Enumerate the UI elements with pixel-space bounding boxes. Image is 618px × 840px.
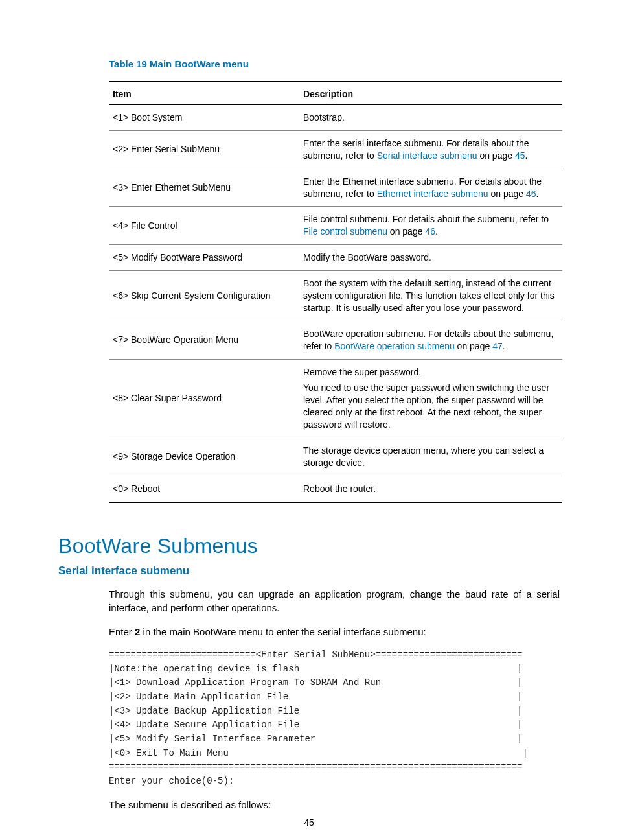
cell-desc: Remove the super password.You need to us… [299, 359, 562, 438]
section-heading: BootWare Submenus [58, 534, 560, 558]
bootware-menu-table: Item Description <1> Boot SystemBootstra… [109, 81, 562, 503]
cell-desc: Enter the Ethernet interface submenu. Fo… [299, 169, 562, 207]
cell-item: <3> Enter Ethernet SubMenu [109, 169, 299, 207]
cross-reference-link[interactable]: Ethernet interface submenu [377, 189, 488, 199]
cell-desc: Bootstrap. [299, 105, 562, 131]
table-row: <7> BootWare Operation MenuBootWare oper… [109, 321, 562, 359]
desc-paragraph: BootWare operation submenu. For details … [303, 328, 558, 353]
cell-desc: Enter the serial interface submenu. For … [299, 130, 562, 169]
page-reference-link[interactable]: 46 [526, 189, 536, 199]
cross-reference-link[interactable]: File control submenu [303, 226, 387, 237]
page-reference-link[interactable]: 45 [515, 150, 525, 161]
cell-item: <6> Skip Current System Configuration [109, 271, 299, 321]
cell-item: <9> Storage Device Operation [109, 438, 299, 476]
desc-paragraph: The storage device operation menu, where… [303, 445, 558, 469]
desc-paragraph: File control submenu. For details about … [303, 213, 558, 238]
page-number: 45 [0, 817, 618, 828]
table-body: <1> Boot SystemBootstrap.<2> Enter Seria… [109, 105, 562, 502]
desc-paragraph: Reboot the router. [303, 483, 558, 495]
page-reference-link[interactable]: 46 [425, 226, 435, 237]
cell-desc: The storage device operation menu, where… [299, 438, 562, 476]
table-header-desc: Description [299, 82, 562, 105]
cell-desc: Boot the system with the default setting… [299, 271, 562, 321]
intro-paragraph: Through this submenu, you can upgrade an… [109, 587, 560, 616]
page-reference-link[interactable]: 47 [492, 341, 503, 351]
desc-paragraph: Boot the system with the default setting… [303, 277, 558, 314]
desc-paragraph: Modify the BootWare password. [303, 251, 558, 264]
table-row: <3> Enter Ethernet SubMenuEnter the Ethe… [109, 169, 562, 207]
cross-reference-link[interactable]: Serial interface submenu [377, 150, 477, 161]
desc-paragraph: Enter the serial interface submenu. For … [303, 137, 558, 162]
cell-desc: Reboot the router. [299, 476, 562, 502]
desc-paragraph: Bootstrap. [303, 111, 558, 124]
desc-paragraph: Enter the Ethernet interface submenu. Fo… [303, 176, 558, 200]
cell-desc: File control submenu. For details about … [299, 207, 562, 245]
table-row: <9> Storage Device OperationThe storage … [109, 438, 562, 476]
page-container: Table 19 Main BootWare menu Item Descrip… [0, 0, 618, 840]
table-row: <8> Clear Super PasswordRemove the super… [109, 359, 562, 438]
cell-item: <7> BootWare Operation Menu [109, 321, 299, 359]
enter-pre: Enter [109, 626, 135, 637]
cell-desc: BootWare operation submenu. For details … [299, 321, 562, 359]
cell-item: <8> Clear Super Password [109, 359, 299, 438]
table-row: <0> RebootReboot the router. [109, 476, 562, 502]
cross-reference-link[interactable]: BootWare operation submenu [334, 341, 454, 351]
enter-instruction: Enter 2 in the main BootWare menu to ent… [109, 625, 560, 639]
cell-item: <2> Enter Serial SubMenu [109, 130, 299, 169]
cell-item: <5> Modify BootWare Password [109, 245, 299, 271]
table-row: <2> Enter Serial SubMenuEnter the serial… [109, 130, 562, 169]
table-caption: Table 19 Main BootWare menu [109, 58, 560, 69]
table-row: <6> Skip Current System ConfigurationBoo… [109, 271, 562, 321]
cell-item: <0> Reboot [109, 476, 299, 502]
cell-item: <4> File Control [109, 207, 299, 245]
table-row: <4> File ControlFile control submenu. Fo… [109, 207, 562, 245]
subsection-heading: Serial interface submenu [58, 565, 560, 578]
enter-post: in the main BootWare menu to enter the s… [140, 626, 426, 637]
cell-desc: Modify the BootWare password. [299, 245, 562, 271]
terminal-output: ===========================<Enter Serial… [109, 648, 560, 789]
followup-paragraph: The submenu is described as follows: [109, 798, 560, 812]
table-row: <5> Modify BootWare PasswordModify the B… [109, 245, 562, 271]
desc-paragraph: You need to use the super password when … [303, 382, 558, 431]
cell-item: <1> Boot System [109, 105, 299, 131]
table-header-item: Item [109, 82, 299, 105]
table-row: <1> Boot SystemBootstrap. [109, 105, 562, 131]
desc-paragraph: Remove the super password. [303, 366, 558, 379]
